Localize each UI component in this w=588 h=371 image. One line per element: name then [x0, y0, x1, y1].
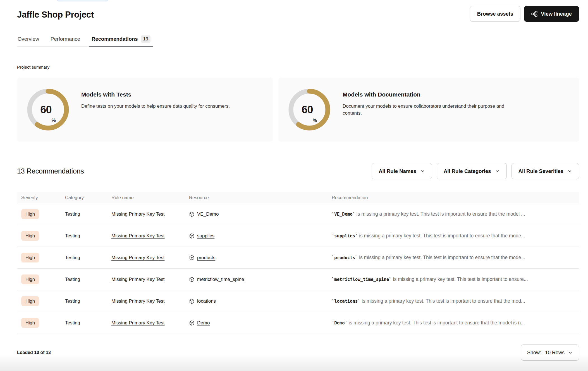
- resource-link[interactable]: products: [197, 255, 215, 261]
- severity-cell: High: [21, 209, 65, 219]
- recommendation-code: `Demo`: [332, 321, 347, 326]
- category-cell: Testing: [65, 298, 111, 304]
- recommendation-cell: `supplies` is missing a primary key test…: [332, 233, 579, 239]
- browse-assets-label: Browse assets: [477, 11, 513, 17]
- table-row: High Testing Missing Primary Key Test De…: [17, 312, 579, 334]
- summary-cards: 60% Models with Tests Define tests on yo…: [17, 78, 579, 142]
- rule-name-link[interactable]: Missing Primary Key Test: [111, 255, 165, 260]
- loaded-count-label: Loaded 10 of 13: [17, 350, 51, 355]
- resource-cell: Demo: [189, 320, 332, 326]
- show-rows-dropdown[interactable]: Show: 10 Rows: [521, 344, 579, 361]
- recommendation-code: `VE_Demo`: [332, 212, 355, 217]
- card-title: Models with Documentation: [343, 91, 521, 98]
- rule-categories-filter[interactable]: All Rule Categories: [437, 163, 507, 179]
- category-cell: Testing: [65, 255, 111, 261]
- resource-link[interactable]: supplies: [197, 233, 214, 239]
- table-header-row: Severity Category Rule name Resource Rec…: [17, 192, 579, 203]
- table-row: High Testing Missing Primary Key Test lo…: [17, 290, 579, 312]
- rule-names-filter[interactable]: All Rule Names: [372, 163, 432, 179]
- recommendation-code: `products`: [332, 255, 358, 260]
- severity-badge: High: [21, 253, 39, 262]
- table-row: High Testing Missing Primary Key Test me…: [17, 269, 579, 290]
- chevron-down-icon: [495, 169, 500, 174]
- donut-percent-sign: %: [313, 118, 317, 123]
- resource-cell: locations: [189, 298, 332, 304]
- table-row: High Testing Missing Primary Key Test su…: [17, 225, 579, 247]
- view-lineage-button[interactable]: View lineage: [524, 6, 579, 22]
- chevron-down-icon: [568, 350, 573, 355]
- table-body: High Testing Missing Primary Key Test VE…: [17, 203, 579, 334]
- browse-assets-button[interactable]: Browse assets: [470, 6, 521, 22]
- recommendation-text: is missing a primary key test. This test…: [358, 255, 525, 260]
- rule-name-link[interactable]: Missing Primary Key Test: [111, 233, 165, 238]
- card-description: Define tests on your models to help ensu…: [81, 103, 230, 110]
- recommendation-cell: `Demo` is missing a primary key test. Th…: [332, 320, 579, 326]
- recommendations-count-badge: 13: [141, 35, 151, 43]
- rule-severities-filter[interactable]: All Rule Severities: [511, 163, 579, 179]
- donut-percent-value: 60: [40, 104, 51, 116]
- severity-badge: High: [21, 318, 39, 328]
- tab-recommendations[interactable]: Recommendations 13: [91, 35, 151, 47]
- category-cell: Testing: [65, 233, 111, 239]
- project-page: Jaffle Shop Project Browse assets View l…: [0, 0, 588, 361]
- model-cube-icon: [189, 277, 195, 282]
- rule-name-link[interactable]: Missing Primary Key Test: [111, 277, 165, 282]
- severity-cell: High: [21, 231, 65, 241]
- rule-name-cell: Missing Primary Key Test: [111, 277, 189, 282]
- page-header: Jaffle Shop Project Browse assets View l…: [17, 6, 579, 22]
- chevron-down-icon: [420, 169, 425, 174]
- models-with-tests-card: 60% Models with Tests Define tests on yo…: [17, 78, 273, 142]
- rule-categories-filter-label: All Rule Categories: [444, 168, 491, 174]
- project-summary-label: Project summary: [17, 65, 579, 70]
- category-cell: Testing: [65, 320, 111, 326]
- view-lineage-label: View lineage: [541, 11, 572, 17]
- tab-performance-label: Performance: [51, 36, 80, 42]
- rule-name-link[interactable]: Missing Primary Key Test: [111, 298, 165, 304]
- rule-name-cell: Missing Primary Key Test: [111, 233, 189, 239]
- donut-percent-value: 60: [302, 104, 313, 116]
- rule-name-link[interactable]: Missing Primary Key Test: [111, 211, 165, 217]
- resource-link[interactable]: Demo: [197, 320, 210, 326]
- tab-performance[interactable]: Performance: [50, 35, 81, 47]
- resource-link[interactable]: locations: [197, 298, 216, 304]
- model-cube-icon: [189, 320, 195, 326]
- table-row: High Testing Missing Primary Key Test VE…: [17, 203, 579, 225]
- resource-cell: VE_Demo: [189, 211, 332, 217]
- severity-cell: High: [21, 296, 65, 306]
- tab-bar: Overview Performance Recommendations 13: [17, 35, 151, 47]
- tab-overview[interactable]: Overview: [17, 35, 40, 47]
- column-header-rule-name: Rule name: [111, 195, 189, 200]
- chevron-down-icon: [567, 169, 572, 174]
- donut-percent-sign: %: [52, 118, 56, 123]
- recommendation-text: is missing a primary key test. This test…: [347, 320, 525, 326]
- recommendation-cell: `products` is missing a primary key test…: [332, 255, 579, 261]
- card-description: Document your models to ensure collabora…: [343, 103, 521, 117]
- category-cell: Testing: [65, 211, 111, 217]
- donut-percent-label: 60%: [288, 89, 330, 131]
- tab-recommendations-label: Recommendations: [92, 36, 138, 42]
- severity-badge: High: [21, 209, 39, 219]
- recommendation-text: is missing a primary key test. This test…: [355, 211, 525, 217]
- recommendations-header: 13 Recommendations All Rule Names All Ru…: [17, 163, 579, 179]
- rule-names-filter-label: All Rule Names: [379, 168, 416, 174]
- column-header-recommendation: Recommendation: [332, 195, 579, 200]
- resource-link[interactable]: metricflow_time_spine: [197, 277, 244, 282]
- recommendation-text: is missing a primary key test. This test…: [392, 276, 528, 282]
- recommendations-table: Severity Category Rule name Resource Rec…: [17, 192, 579, 334]
- recommendation-cell: `VE_Demo` is missing a primary key test.…: [332, 211, 579, 217]
- resource-cell: metricflow_time_spine: [189, 277, 332, 282]
- column-header-category: Category: [65, 195, 111, 200]
- show-rows-value: 10 Rows: [545, 350, 565, 356]
- rule-name-cell: Missing Primary Key Test: [111, 320, 189, 326]
- resource-link[interactable]: VE_Demo: [197, 211, 219, 217]
- model-cube-icon: [189, 211, 195, 217]
- header-actions: Browse assets View lineage: [470, 6, 579, 22]
- donut-percent-label: 60%: [27, 89, 69, 131]
- severity-cell: High: [21, 274, 65, 284]
- resource-cell: products: [189, 255, 332, 261]
- card-text: Models with Tests Define tests on your m…: [81, 91, 230, 110]
- page-title: Jaffle Shop Project: [17, 6, 94, 20]
- model-cube-icon: [189, 233, 195, 239]
- table-footer: Loaded 10 of 13 Show: 10 Rows: [17, 344, 579, 361]
- rule-name-link[interactable]: Missing Primary Key Test: [111, 320, 165, 326]
